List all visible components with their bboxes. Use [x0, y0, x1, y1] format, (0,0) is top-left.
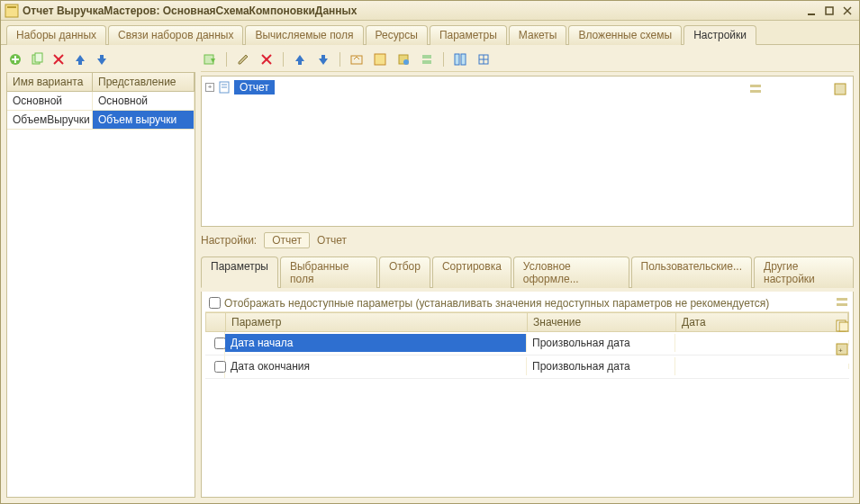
subtab-Пользовательские...[interactable]: Пользовательские...	[631, 256, 753, 288]
variant-repr-cell: Основной	[93, 92, 195, 110]
minimize-button[interactable]	[803, 4, 819, 18]
sub-tabstrip: ПараметрыВыбранные поляОтборСортировкаУс…	[201, 254, 854, 288]
param-date-cell	[675, 364, 849, 369]
app-window: Отчет ВыручкаМастеров: ОсновнаяСхемаКомп…	[0, 0, 860, 504]
param-value-cell: Произвольная дата	[527, 357, 675, 375]
svg-point-20	[403, 59, 409, 65]
col-variant-name: Имя варианта	[7, 73, 93, 91]
add-icon[interactable]	[6, 50, 24, 68]
tab-Параметры[interactable]: Параметры	[430, 25, 507, 45]
remove-icon[interactable]	[258, 50, 276, 68]
move-down2-icon[interactable]	[314, 50, 332, 68]
app-icon	[5, 4, 19, 18]
window-title: Отчет ВыручкаМастеров: ОсновнаяСхемаКомп…	[23, 4, 801, 17]
close-button[interactable]	[839, 4, 855, 18]
subtab-Выбранные поля[interactable]: Выбранные поля	[280, 256, 377, 288]
tab-Вычисляемые поля[interactable]: Вычисляемые поля	[245, 25, 363, 45]
param-side-icon-2[interactable]	[833, 317, 851, 335]
subtab-Другие настройки[interactable]: Другие настройки	[754, 256, 854, 288]
svg-rect-33	[835, 84, 846, 94]
param-side-icon-3[interactable]: +	[833, 340, 851, 358]
action2-icon[interactable]	[371, 50, 389, 68]
move-up-icon[interactable]	[71, 50, 89, 68]
expand-icon[interactable]: +	[205, 83, 214, 92]
svg-rect-37	[839, 322, 848, 331]
tab-Связи наборов данных[interactable]: Связи наборов данных	[108, 25, 243, 45]
main-tabstrip: Наборы данныхСвязи наборов данныхВычисля…	[1, 21, 859, 45]
show-unavailable-checkbox[interactable]	[209, 297, 221, 309]
tab-Макеты[interactable]: Макеты	[509, 25, 567, 45]
action1-icon[interactable]	[348, 50, 366, 68]
maximize-button[interactable]	[821, 4, 837, 18]
edit-icon[interactable]	[234, 50, 252, 68]
param-value-cell: Произвольная дата	[527, 334, 675, 352]
col-variant-repr: Представление	[93, 73, 195, 91]
tab-Наборы данных[interactable]: Наборы данных	[6, 25, 106, 45]
param-side-icon-1[interactable]	[833, 293, 851, 311]
param-date-cell	[675, 340, 849, 346]
svg-rect-3	[826, 7, 833, 14]
action3-icon[interactable]	[394, 50, 412, 68]
hint-text: Отображать недоступные параметры (устана…	[224, 297, 769, 310]
variant-name-cell: Основной	[7, 92, 93, 110]
svg-rect-23	[455, 54, 459, 65]
copy-icon[interactable]	[28, 50, 46, 68]
subtab-Сортировка[interactable]: Сортировка	[432, 256, 511, 288]
variant-row[interactable]: ОбъемВыручкиОбъем выручки	[7, 111, 195, 130]
tree-side-icon-1[interactable]	[747, 80, 765, 98]
action5-icon[interactable]	[451, 50, 469, 68]
move-down-icon[interactable]	[93, 50, 111, 68]
tree-root-label[interactable]: Отчет	[234, 80, 275, 94]
add-element-icon[interactable]: ▾	[201, 50, 219, 68]
action4-icon[interactable]	[418, 50, 436, 68]
move-up2-icon[interactable]	[291, 50, 309, 68]
variant-row[interactable]: ОсновнойОсновной	[7, 92, 195, 111]
svg-rect-35	[837, 303, 847, 306]
col-value: Значение	[528, 313, 676, 331]
action6-icon[interactable]	[475, 50, 493, 68]
parameters-area: Отображать недоступные параметры (устана…	[201, 292, 854, 499]
variants-grid[interactable]: Имя варианта Представление ОсновнойОснов…	[6, 72, 195, 498]
svg-rect-22	[422, 60, 431, 64]
col-date: Дата	[676, 313, 848, 331]
svg-rect-10	[35, 53, 42, 62]
settings-text: Отчет	[317, 234, 347, 247]
subtab-Отбор[interactable]: Отбор	[379, 256, 430, 288]
col-param: Параметр	[226, 313, 528, 331]
svg-rect-1	[7, 6, 16, 8]
tab-Ресурсы[interactable]: Ресурсы	[366, 25, 428, 45]
param-row[interactable]: Дата окончанияПроизвольная дата	[205, 356, 849, 379]
variants-toolbar	[6, 50, 195, 72]
param-name-cell: Дата окончания	[225, 357, 527, 375]
settings-caption: Настройки:	[201, 234, 257, 247]
titlebar: Отчет ВыручкаМастеров: ОсновнаяСхемаКомп…	[1, 1, 859, 21]
svg-text:▾: ▾	[211, 55, 215, 65]
settings-toolbar: ▾	[201, 50, 854, 72]
svg-text:+: +	[838, 346, 843, 355]
subtab-Параметры[interactable]: Параметры	[201, 256, 278, 288]
subtab-Условное оформле...[interactable]: Условное оформле...	[513, 256, 629, 288]
svg-rect-18	[375, 54, 385, 65]
delete-icon[interactable]	[50, 50, 68, 68]
param-table-header: Параметр Значение Дата	[205, 312, 849, 332]
settings-pill[interactable]: Отчет	[264, 232, 310, 248]
svg-rect-21	[422, 55, 431, 58]
variant-repr-cell: Объем выручки	[93, 111, 195, 129]
report-icon	[218, 81, 231, 94]
variant-name-cell: ОбъемВыручки	[7, 111, 93, 129]
variants-panel: Имя варианта Представление ОсновнойОснов…	[6, 50, 195, 498]
variants-grid-header: Имя варианта Представление	[7, 73, 195, 92]
param-name-cell: Дата начала	[225, 334, 527, 352]
structure-tree[interactable]: + Отчет	[201, 76, 854, 227]
svg-rect-32	[750, 90, 761, 93]
param-row[interactable]: Дата началаПроизвольная дата	[205, 332, 849, 356]
tree-side-icon-2[interactable]	[831, 80, 849, 98]
settings-caption-row: Настройки: Отчет Отчет	[201, 230, 854, 250]
svg-rect-31	[750, 85, 761, 87]
settings-panel: ▾ + Отчет	[201, 50, 854, 498]
svg-rect-34	[837, 298, 847, 301]
tab-Настройки[interactable]: Настройки	[683, 25, 756, 45]
svg-rect-24	[461, 54, 466, 65]
tab-Вложенные схемы[interactable]: Вложенные схемы	[568, 25, 682, 45]
